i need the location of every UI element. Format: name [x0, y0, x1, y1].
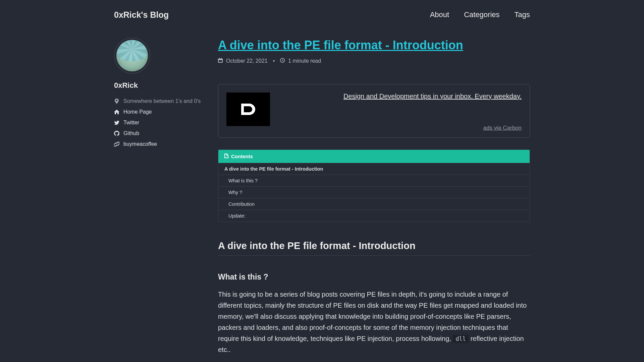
meta-separator: • [273, 58, 275, 64]
article-paragraph: This is going to be a series of blog pos… [218, 289, 530, 355]
post-read-time: 1 minute read [288, 58, 321, 64]
site-brand[interactable]: 0xRick's Blog [114, 10, 169, 20]
post-date: October 22, 2021 [226, 58, 268, 64]
table-of-contents: Contents A dive into the PE file format … [218, 149, 530, 222]
svg-rect-1 [241, 104, 244, 115]
author-name: 0xRick [114, 81, 205, 90]
post-meta: October 22, 2021 • 1 minute read [218, 58, 530, 64]
avatar-image [116, 40, 148, 71]
sidebar-link-home[interactable]: Home Page [114, 107, 205, 117]
toc-item[interactable]: Why ? [218, 186, 530, 198]
article-h2: What is this ? [218, 273, 530, 282]
main-content: A dive into the PE file format - Introdu… [218, 38, 530, 355]
home-icon [114, 110, 119, 114]
toc-item[interactable]: Update: [218, 210, 530, 222]
nav-links: About Categories Tags [430, 10, 530, 19]
calendar-icon [218, 58, 223, 64]
nav-tags[interactable]: Tags [515, 10, 530, 19]
ad-text-link[interactable]: Design and Development tips in your inbo… [279, 93, 522, 100]
sidebar-link-buymeacoffee[interactable]: buymeacoffee [114, 139, 205, 149]
sidebar-link-label: Twitter [123, 120, 139, 126]
toc-item[interactable]: What is this ? [218, 175, 530, 186]
github-icon [114, 131, 119, 136]
nav-about[interactable]: About [430, 10, 449, 19]
toc-item[interactable]: A dive into the PE file format - Introdu… [218, 163, 530, 175]
post-title-link[interactable]: A dive into the PE file format - Introdu… [218, 38, 463, 52]
toc-header-label: Contents [231, 154, 253, 159]
svg-rect-0 [236, 101, 260, 118]
sidebar-link-label: buymeacoffee [123, 141, 157, 147]
author-location-text: Somewhere between 1's and 0's [123, 98, 201, 104]
sidebar-link-twitter[interactable]: Twitter [114, 117, 205, 128]
file-icon [224, 154, 228, 159]
sidebar-link-label: Home Page [123, 109, 152, 115]
author-sidebar: 0xRick Somewhere between 1's and 0's Hom… [114, 38, 205, 355]
map-pin-icon [114, 99, 119, 104]
sidebar-link-label: Github [123, 130, 139, 136]
inline-code: dll [453, 335, 469, 343]
sidebar-link-github[interactable]: Github [114, 128, 205, 139]
ad-attribution-link[interactable]: ads via Carbon [483, 125, 522, 131]
twitter-icon [114, 121, 119, 125]
avatar[interactable] [114, 38, 150, 74]
carbon-ad[interactable]: Design and Development tips in your inbo… [218, 84, 530, 138]
toc-item[interactable]: Contribution [218, 198, 530, 210]
paragraph-text: This is going to be a series of blog pos… [218, 291, 527, 342]
author-location: Somewhere between 1's and 0's [114, 96, 205, 107]
ad-image [226, 93, 270, 126]
clock-icon [280, 58, 285, 64]
toc-header: Contents [218, 150, 530, 163]
nav-categories[interactable]: Categories [464, 10, 499, 19]
article-h1: A dive into the PE file format - Introdu… [218, 240, 530, 256]
link-icon [114, 141, 119, 147]
